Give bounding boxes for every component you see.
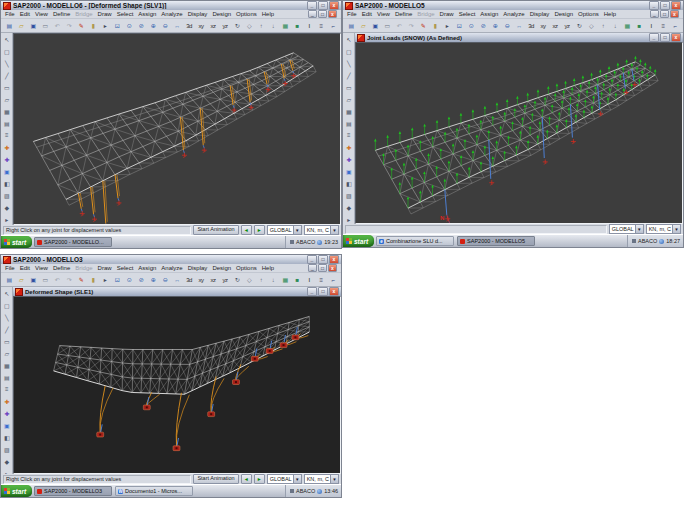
menu-bridge[interactable]: Bridge [75, 11, 92, 17]
redo-icon[interactable]: ↷ [63, 19, 75, 32]
frame-sections-icon[interactable]: I [303, 273, 315, 286]
undo-icon[interactable]: ↶ [51, 273, 63, 286]
menu-file[interactable]: File [5, 265, 15, 271]
move-up-icon[interactable]: ↑ [255, 19, 267, 32]
snap-grid-icon[interactable]: ▤ [1, 371, 12, 383]
set-display-options-icon[interactable]: ▦ [621, 19, 633, 32]
pointer-icon[interactable]: ↖ [1, 33, 12, 45]
draw-quad-area-icon[interactable]: ▭ [1, 81, 12, 93]
menu-select[interactable]: Select [459, 11, 476, 17]
rotate-view-icon[interactable]: ↻ [231, 273, 243, 286]
previous-selection-icon[interactable]: ▸ [1, 213, 12, 225]
assign-joint-loads-icon[interactable]: ✚ [343, 141, 354, 153]
tray-status-icon[interactable] [659, 239, 664, 244]
pan-icon[interactable]: ↔ [171, 19, 183, 32]
select-window-icon[interactable]: ▢ [1, 299, 12, 311]
child-minimize-button[interactable]: _ [649, 33, 659, 42]
lock-model-icon[interactable]: ▮ [87, 273, 99, 286]
menu-display[interactable]: Display [188, 11, 208, 17]
rubber-band-zoom-icon[interactable]: ⊡ [111, 273, 123, 286]
menu-assign[interactable]: Assign [138, 11, 156, 17]
animation-forward-button[interactable]: ► [254, 474, 265, 484]
show-undeformed-icon[interactable]: ◧ [1, 177, 12, 189]
menu-view[interactable]: View [35, 265, 48, 271]
draw-quad-area-icon[interactable]: ▭ [343, 81, 354, 93]
title-bar[interactable]: SAP2000 - MODELLO5 _ □ x [343, 1, 683, 10]
maximize-button[interactable]: □ [318, 255, 328, 264]
title-bar[interactable]: SAP2000 - MODELLO3 _ □ x [1, 255, 341, 264]
dropdown-arrow-icon[interactable]: ▼ [672, 225, 680, 233]
draw-special-joint-icon[interactable]: ╲ [1, 311, 12, 323]
menu-help[interactable]: Help [262, 11, 274, 17]
restore-full-view-icon[interactable]: ⊙ [123, 19, 135, 32]
menu-view[interactable]: View [35, 11, 48, 17]
draw-poly-area-icon[interactable]: ▱ [1, 93, 12, 105]
menu-define[interactable]: Define [53, 11, 70, 17]
draw-frame-tool-icon[interactable]: ╱ [1, 69, 12, 81]
units-dropdown[interactable]: KN, m, C▼ [304, 474, 339, 484]
flip-view-icon[interactable]: ◆ [1, 201, 12, 213]
taskbar-task-sap2000[interactable]: SAP2000 - MODELLO5 [457, 236, 535, 246]
menu-bridge[interactable]: Bridge [75, 265, 92, 271]
refresh-window-icon[interactable]: ✎ [417, 19, 429, 32]
print-icon[interactable]: ▭ [381, 19, 393, 32]
menu-edit[interactable]: Edit [20, 265, 30, 271]
pan-icon[interactable]: ↔ [513, 19, 525, 32]
menu-help[interactable]: Help [604, 11, 616, 17]
coordinate-system-dropdown[interactable]: GLOBAL▼ [267, 474, 302, 484]
menu-select[interactable]: Select [117, 265, 134, 271]
yz-view-icon[interactable]: yz [219, 273, 231, 286]
select-window-icon[interactable]: ▢ [1, 45, 12, 57]
menu-display[interactable]: Display [188, 265, 208, 271]
dropdown-arrow-icon[interactable]: ▼ [293, 475, 301, 483]
new-model-icon[interactable]: ▤ [3, 273, 15, 286]
perspective-toggle-icon[interactable]: ◇ [585, 19, 597, 32]
assign-joint-loads-icon[interactable]: ✚ [1, 141, 12, 153]
open-file-icon[interactable]: ▱ [15, 273, 27, 286]
snap-lines-icon[interactable]: ≡ [1, 129, 12, 141]
tray-status-icon[interactable] [317, 240, 322, 245]
pointer-icon[interactable]: ↖ [343, 33, 354, 45]
taskbar-task-sap2000[interactable]: SAP2000 - MODELLO... [34, 237, 112, 247]
dropdown-arrow-icon[interactable]: ▼ [293, 226, 301, 234]
dropdown-arrow-icon[interactable]: ▼ [635, 225, 643, 233]
menu-design[interactable]: Design [554, 11, 573, 17]
zoom-out-icon[interactable]: ⊖ [159, 19, 171, 32]
xy-view-icon[interactable]: xy [537, 19, 549, 32]
menu-assign[interactable]: Assign [138, 265, 156, 271]
mdi-restore-button[interactable]: □ [660, 10, 669, 18]
menu-bridge[interactable]: Bridge [417, 11, 434, 17]
units-dropdown[interactable]: KN, m, C▼ [304, 225, 339, 235]
menu-options[interactable]: Options [578, 11, 599, 17]
yz-view-icon[interactable]: yz [219, 19, 231, 32]
menu-define[interactable]: Define [53, 265, 70, 271]
zoom-out-icon[interactable]: ⊖ [159, 273, 171, 286]
animation-forward-button[interactable]: ► [254, 225, 265, 235]
draw-area-mesh-icon[interactable]: ▦ [343, 105, 354, 117]
assign-area-loads-icon[interactable]: ▣ [343, 165, 354, 177]
draw-frame-tool-icon[interactable]: ╱ [343, 69, 354, 81]
menu-help[interactable]: Help [262, 265, 274, 271]
move-down-icon[interactable]: ↓ [267, 273, 279, 286]
object-shrink-icon[interactable]: ■ [291, 19, 303, 32]
draw-frame-icon[interactable]: ⌐ [669, 19, 681, 32]
menu-analyze[interactable]: Analyze [161, 11, 182, 17]
rubber-band-zoom-icon[interactable]: ⊡ [111, 19, 123, 32]
minimize-button[interactable]: _ [649, 1, 659, 10]
frame-sections-icon[interactable]: I [645, 19, 657, 32]
zoom-out-icon[interactable]: ⊖ [501, 19, 513, 32]
xz-view-icon[interactable]: xz [207, 273, 219, 286]
menu-view[interactable]: View [377, 11, 390, 17]
start-animation-button[interactable]: Start Animation [193, 225, 238, 235]
run-analysis-icon[interactable]: ▸ [441, 19, 453, 32]
xy-view-icon[interactable]: xy [195, 19, 207, 32]
save-icon[interactable]: ▣ [369, 19, 381, 32]
lock-model-icon[interactable]: ▮ [87, 19, 99, 32]
mdi-minimize-button[interactable]: _ [308, 10, 317, 18]
menu-analyze[interactable]: Analyze [503, 11, 524, 17]
mdi-close-button[interactable]: x [328, 264, 337, 272]
menu-file[interactable]: File [5, 11, 15, 17]
run-analysis-icon[interactable]: ▸ [99, 273, 111, 286]
lock-model-icon[interactable]: ▮ [429, 19, 441, 32]
child-close-button[interactable]: x [329, 287, 339, 296]
